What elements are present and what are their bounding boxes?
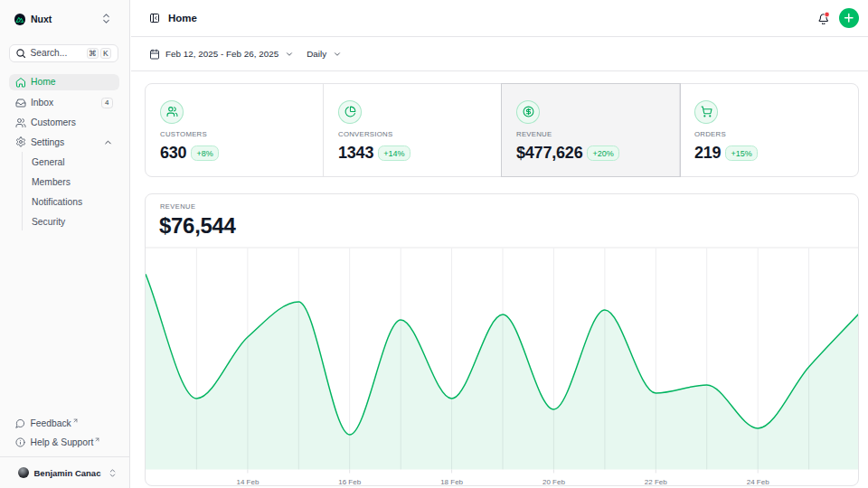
svg-text:22 Feb: 22 Feb bbox=[645, 478, 667, 486]
svg-text:14 Feb: 14 Feb bbox=[236, 478, 259, 486]
svg-text:18 Feb: 18 Feb bbox=[440, 478, 463, 486]
svg-text:16 Feb: 16 Feb bbox=[338, 478, 361, 486]
svg-text:20 Feb: 20 Feb bbox=[542, 478, 565, 486]
svg-text:24 Feb: 24 Feb bbox=[747, 478, 769, 486]
